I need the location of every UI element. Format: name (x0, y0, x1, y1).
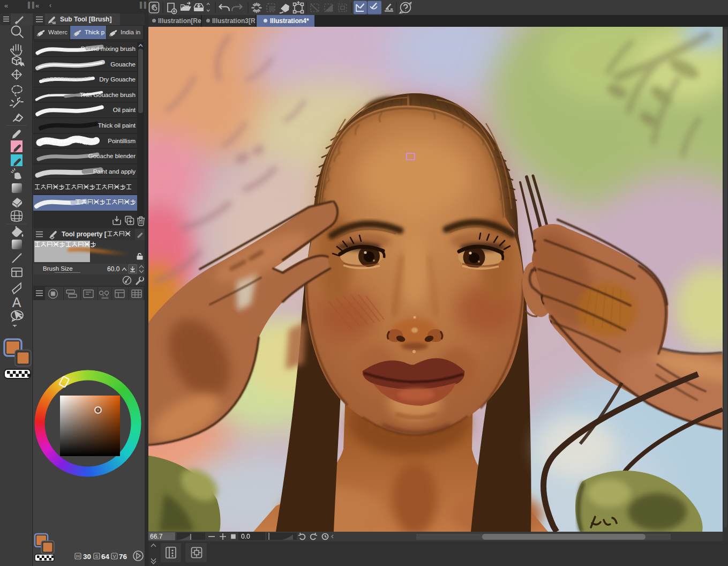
svg-text:0.0: 0.0 (241, 533, 250, 540)
svg-text:V: V (112, 554, 116, 559)
svg-text:64: 64 (101, 553, 110, 561)
svg-text:H: H (76, 554, 80, 559)
svg-text:A: A (12, 295, 21, 310)
svg-text:S: S (95, 554, 98, 559)
svg-text:30: 30 (83, 553, 91, 561)
svg-text:76: 76 (119, 553, 127, 561)
